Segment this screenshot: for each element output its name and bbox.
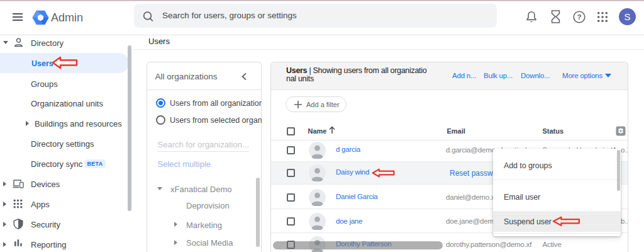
svg-text:?: ? — [577, 13, 581, 21]
